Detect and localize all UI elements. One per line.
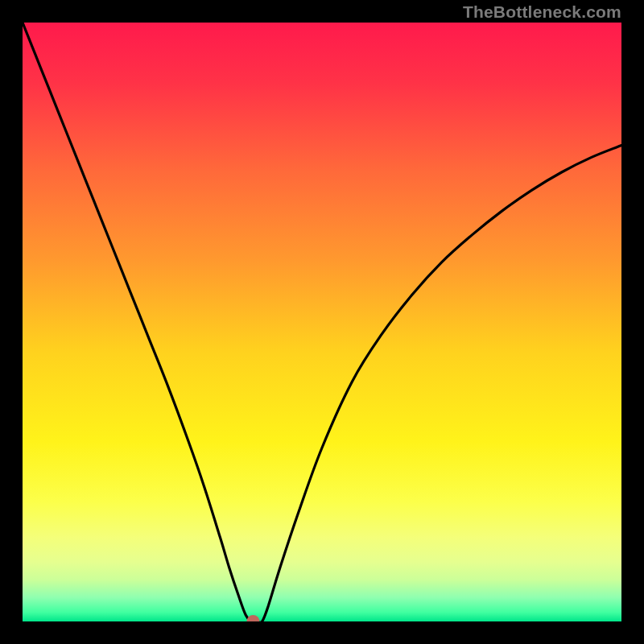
watermark-label: TheBottleneck.com: [463, 2, 621, 22]
marker-dot: [246, 615, 259, 621]
plot-area: [23, 23, 621, 621]
curve-layer: [23, 23, 621, 621]
bottleneck-curve-path: [23, 23, 621, 621]
chart-frame: TheBottleneck.com: [0, 0, 644, 644]
